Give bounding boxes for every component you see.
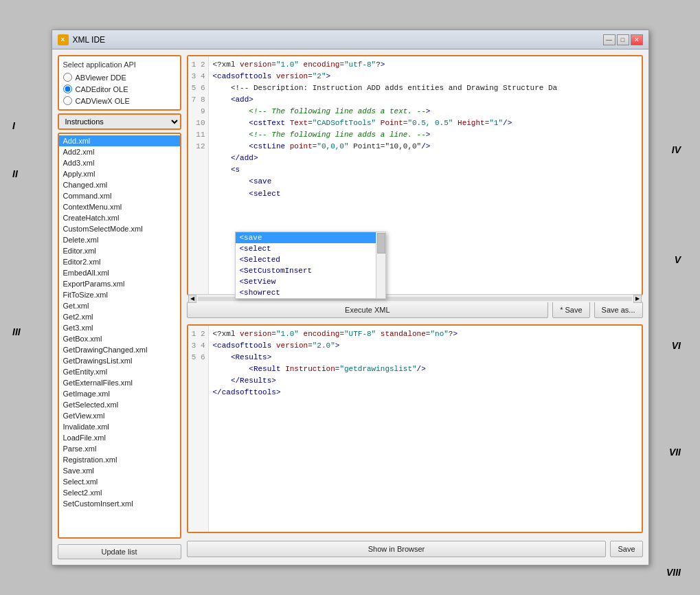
file-list-item[interactable]: SetCustomInsert.xml — [59, 498, 180, 509]
show-in-browser-button[interactable]: Show in Browser — [187, 541, 607, 557]
autocomplete-item-setcustominsert[interactable]: <SetCustomInsert — [236, 265, 376, 276]
file-list-item[interactable]: CustomSelectMode.xml — [59, 223, 180, 234]
file-list-item[interactable]: Get3.xml — [59, 322, 180, 333]
file-list: Add.xmlAdd2.xmlAdd3.xmlApply.xmlChanged.… — [59, 134, 180, 537]
right-panel: 1 2 3 4 5 6 7 8 9 10 11 12 <?xml version… — [187, 55, 643, 559]
file-list-section: Add.xmlAdd2.xmlAdd3.xmlApply.xmlChanged.… — [58, 133, 181, 539]
left-panel: Select application API ABViewer DDE CADE… — [58, 55, 181, 559]
bottom-editor-inner: 1 2 3 4 5 6 <?xml version="1.0" encoding… — [188, 326, 642, 532]
main-window: X XML IDE — □ ✕ Select application API — [52, 30, 649, 565]
file-list-item[interactable]: Add3.xml — [59, 157, 180, 168]
window-title: XML IDE — [73, 35, 603, 45]
radio-abviewer-label: ABViewer DDE — [76, 74, 126, 82]
roman-label-IV: IV — [672, 144, 681, 155]
file-list-item[interactable]: GetExternalFiles.xml — [59, 377, 180, 388]
file-list-item[interactable]: GetBox.xml — [59, 333, 180, 344]
autocomplete-item-save[interactable]: <save — [236, 232, 376, 243]
file-list-item[interactable]: FitToSize.xml — [59, 289, 180, 300]
close-button[interactable]: ✕ — [631, 34, 643, 45]
autocomplete-item-setview[interactable]: <SetView — [236, 276, 376, 287]
file-list-item[interactable]: ExportParams.xml — [59, 278, 180, 289]
radio-group: ABViewer DDE CADEditor OLE CADViewX OLE — [63, 73, 176, 105]
bottom-editor-line-numbers: 1 2 3 4 5 6 — [188, 326, 209, 532]
autocomplete-item-selected[interactable]: <Selected — [236, 254, 376, 265]
roman-label-III: III — [12, 326, 21, 337]
file-list-item[interactable]: Parse.xml — [59, 443, 180, 454]
file-list-item[interactable]: Get.xml — [59, 300, 180, 311]
autocomplete-item-select[interactable]: <select — [236, 243, 376, 254]
file-list-item[interactable]: Select2.xml — [59, 487, 180, 498]
radio-abviewer[interactable]: ABViewer DDE — [63, 73, 176, 82]
update-list-button[interactable]: Update list — [58, 544, 181, 559]
autocomplete-scrollbar[interactable] — [376, 232, 385, 298]
top-editor-line-numbers: 1 2 3 4 5 6 7 8 9 10 11 12 — [188, 56, 209, 294]
file-list-item[interactable]: Apply.xml — [59, 168, 180, 179]
titlebar: X XML IDE — □ ✕ — [52, 30, 648, 49]
minimize-button[interactable]: — — [603, 34, 616, 45]
editor-toolbar: Execute XML * Save Save as... — [187, 300, 643, 320]
file-list-item[interactable]: Changed.xml — [59, 179, 180, 190]
window-icon: X — [58, 34, 69, 45]
file-list-item[interactable]: GetImage.xml — [59, 388, 180, 399]
file-list-item[interactable]: GetDrawingsList.xml — [59, 355, 180, 366]
radio-cadviewx-label: CADViewX OLE — [76, 97, 130, 105]
file-list-item[interactable]: Add.xml — [59, 135, 180, 146]
save-as-button[interactable]: Save as... — [594, 302, 643, 318]
file-list-item[interactable]: ContextMenu.xml — [59, 201, 180, 212]
file-list-item[interactable]: Select.xml — [59, 476, 180, 487]
file-list-item[interactable]: Command.xml — [59, 190, 180, 201]
file-list-item[interactable]: CreateHatch.xml — [59, 212, 180, 223]
roman-label-VII: VII — [669, 447, 681, 458]
bottom-toolbar: Show in Browser Save — [187, 539, 643, 559]
hscroll-left-arrow[interactable]: ◀ — [188, 295, 196, 303]
file-list-item[interactable]: Invalidate.xml — [59, 421, 180, 432]
hscroll-right-arrow[interactable]: ▶ — [633, 295, 642, 303]
autocomplete-popup: <save <select <Selected <SetCustomInsert… — [235, 232, 386, 299]
radio-cadviewx[interactable]: CADViewX OLE — [63, 96, 176, 105]
file-list-item[interactable]: GetView.xml — [59, 410, 180, 421]
roman-label-VIII: VIII — [666, 567, 681, 578]
save-button[interactable]: * Save — [552, 302, 589, 318]
bottom-save-button[interactable]: Save — [610, 541, 642, 557]
restore-button[interactable]: □ — [617, 34, 629, 45]
roman-label-I: I — [12, 120, 15, 131]
autocomplete-scrollthumb[interactable] — [377, 233, 385, 254]
file-list-item[interactable]: EmbedAll.xml — [59, 267, 180, 278]
execute-xml-button[interactable]: Execute XML — [187, 302, 549, 318]
bottom-editor-content[interactable]: <?xml version="1.0" encoding="UTF-8" sta… — [209, 326, 642, 532]
instructions-dropdown[interactable]: Instructions Commands Events — [59, 115, 180, 128]
roman-label-VI: VI — [672, 340, 681, 351]
file-list-item[interactable]: GetDrawingChanged.xml — [59, 344, 180, 355]
file-list-item[interactable]: Save.xml — [59, 465, 180, 476]
radio-cadeditor[interactable]: CADEditor OLE — [63, 85, 176, 93]
select-application-section: Select application API ABViewer DDE CADE… — [58, 55, 181, 111]
select-application-label: Select application API — [63, 60, 176, 69]
file-list-item[interactable]: GetSelected.xml — [59, 399, 180, 410]
titlebar-buttons: — □ ✕ — [603, 34, 643, 45]
radio-cadeditor-label: CADEditor OLE — [76, 85, 128, 93]
file-list-item[interactable]: Get2.xml — [59, 311, 180, 322]
top-editor-section: 1 2 3 4 5 6 7 8 9 10 11 12 <?xml version… — [187, 55, 643, 295]
file-list-item[interactable]: GetEntity.xml — [59, 366, 180, 377]
file-list-item[interactable]: Delete.xml — [59, 234, 180, 245]
bottom-editor-section: 1 2 3 4 5 6 <?xml version="1.0" encoding… — [187, 324, 643, 533]
file-list-item[interactable]: Registration.xml — [59, 454, 180, 465]
file-list-item[interactable]: Editor2.xml — [59, 256, 180, 267]
file-list-item[interactable]: Editor.xml — [59, 245, 180, 256]
roman-label-V: V — [675, 254, 681, 265]
file-list-item[interactable]: Add2.xml — [59, 146, 180, 157]
roman-label-II: II — [12, 168, 18, 179]
file-list-item[interactable]: LoadFile.xml — [59, 432, 180, 443]
autocomplete-item-showrect[interactable]: <showrect — [236, 287, 376, 298]
instructions-dropdown-section: Instructions Commands Events — [58, 113, 181, 130]
